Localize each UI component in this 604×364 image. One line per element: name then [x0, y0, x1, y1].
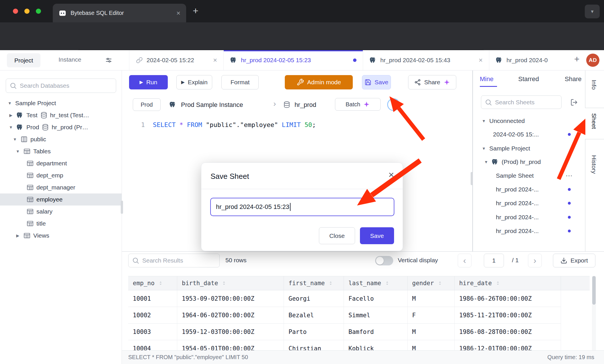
column-header-birth_date[interactable]: birth_date	[177, 276, 284, 290]
tab-history[interactable]: History	[591, 155, 597, 174]
project-tab[interactable]: Project	[7, 53, 40, 67]
close-editor-tab-icon[interactable]: ×	[213, 57, 217, 64]
editor-tab-4[interactable]: hr_prod 2024-0	[489, 50, 571, 70]
column-header-emp_no[interactable]: emp_no	[128, 276, 177, 290]
editor-tab-1[interactable]: 2024-02-05 15:22 ×	[129, 50, 224, 70]
environment-chip[interactable]: Prod	[133, 98, 161, 111]
tree-label: public	[30, 136, 46, 143]
tree-node-schema-public[interactable]: ▼ public	[0, 133, 122, 145]
sheet-item[interactable]: hr_prod 2024-...	[473, 225, 585, 237]
next-page-button[interactable]: ›	[528, 254, 542, 267]
wrench-icon	[297, 79, 304, 86]
close-tab-icon[interactable]: ×	[176, 10, 180, 17]
tree-node-views[interactable]: ▶ Views	[0, 230, 122, 242]
database-crumb[interactable]: hr_prod	[295, 101, 316, 109]
tree-node-tables[interactable]: ▼ Tables	[0, 145, 122, 157]
editor-tab-3[interactable]: hr_prod 2024-02-05 15:43 ×	[363, 50, 489, 70]
chevron-down-icon[interactable]: ▼	[15, 149, 21, 154]
instance-crumb[interactable]: Prod Sample Instance	[181, 101, 243, 109]
sort-icon[interactable]	[384, 280, 390, 286]
chevron-down-icon[interactable]: ▼	[483, 160, 489, 164]
save-button[interactable]: Save	[362, 75, 391, 89]
vertical-display-toggle[interactable]	[375, 256, 393, 265]
tree-node-prod-instance[interactable]: ▼ Prod hr_prod (Pr…	[0, 121, 122, 133]
tree-node-table-title[interactable]: title	[0, 218, 122, 230]
prev-page-button[interactable]: ‹	[458, 254, 471, 267]
tab-mine[interactable]: Mine	[480, 75, 494, 83]
filter-settings-icon[interactable]	[105, 56, 112, 64]
minimize-window-button[interactable]	[24, 9, 30, 14]
sort-icon[interactable]	[328, 280, 334, 286]
sort-icon[interactable]	[495, 280, 501, 286]
tree-node-table-employee[interactable]: employee	[0, 193, 122, 206]
tree-node-test-instance[interactable]: ▶ Test hr_test (Test…	[0, 109, 122, 121]
dialog-save-button[interactable]: Save	[360, 227, 394, 244]
tree-node-project[interactable]: ▼ Sample Project	[0, 97, 122, 109]
search-databases-input[interactable]	[6, 79, 116, 93]
bytebase-logo-icon	[59, 9, 67, 17]
browser-tab[interactable]: Bytebase SQL Editor ×	[53, 4, 186, 22]
close-icon[interactable]: ×	[388, 170, 394, 179]
chevron-right-icon[interactable]: ▶	[8, 113, 14, 118]
tree-node-table-department[interactable]: department	[0, 157, 122, 169]
sheet-item[interactable]: hr_prod 2024-...	[473, 197, 585, 210]
close-window-button[interactable]	[13, 9, 18, 14]
more-actions-icon[interactable]: ⋯	[566, 172, 572, 180]
sort-icon[interactable]	[157, 280, 164, 286]
sheet-name-input[interactable]: hr_prod 2024-02-05 15:23	[210, 198, 394, 216]
sheet-item[interactable]: hr_prod 2024-...	[473, 211, 585, 224]
ai-assistant-icon[interactable]	[387, 98, 400, 111]
close-editor-tab-icon[interactable]: ×	[479, 57, 483, 64]
chevron-down-icon[interactable]: ▼	[12, 137, 18, 142]
search-results-input[interactable]	[128, 254, 220, 267]
sheet-item[interactable]: 2024-02-05 15:...	[473, 128, 585, 141]
sidebar-resize-handle[interactable]	[121, 201, 123, 214]
tab-starred[interactable]: Starred	[518, 75, 539, 83]
sort-icon[interactable]	[437, 280, 443, 286]
scrollbar-thumb[interactable]	[592, 276, 596, 305]
chev ron-down-icon[interactable]: ▼	[481, 119, 487, 123]
results-scrollbar[interactable]	[592, 276, 596, 350]
tab-share[interactable]: Share	[565, 75, 582, 83]
admin-mode-button[interactable]: Admin mode	[285, 75, 353, 89]
sheet-group-database[interactable]: ▼ (Prod) hr_prod	[473, 156, 585, 168]
new-tab-button[interactable]: +	[193, 6, 198, 15]
export-button[interactable]: Export	[553, 254, 595, 267]
dialog-close-button[interactable]: Close	[319, 227, 355, 244]
explain-button[interactable]: ▶ Explain	[176, 75, 212, 89]
chevron-down-icon[interactable]: ▼	[481, 146, 487, 151]
tab-search-button[interactable]: ▾	[585, 5, 600, 18]
chevron-down-icon[interactable]: ▼	[8, 125, 14, 130]
maximize-window-button[interactable]	[36, 9, 41, 14]
column-header-hire_date[interactable]: hire_date	[455, 276, 561, 290]
run-button[interactable]: ▶ Run	[129, 75, 168, 89]
chevron-right-icon[interactable]: ▶	[15, 233, 21, 238]
page-number-input[interactable]	[484, 254, 504, 267]
column-header-gender[interactable]: gender	[408, 276, 455, 290]
search-sheets-input[interactable]	[481, 95, 562, 109]
new-editor-tab-button[interactable]: +	[574, 54, 580, 64]
batch-button[interactable]: Batch	[335, 98, 381, 111]
editor-tab-2-active[interactable]: hr_prod 2024-02-05 15:23	[224, 50, 363, 70]
chevron-down-icon[interactable]: ▼	[7, 101, 13, 105]
sheet-group-project[interactable]: ▼ Sample Project	[473, 142, 585, 155]
sheet-item[interactable]: hr_prod 2024-...	[473, 183, 585, 196]
avatar[interactable]: AD	[586, 54, 599, 67]
tab-sheet-active[interactable]: Sheet	[585, 108, 604, 139]
browser-tab-strip: Bytebase SQL Editor × + ▾	[0, 0, 604, 22]
sort-icon[interactable]	[221, 280, 227, 286]
sheet-item[interactable]: Sample Sheet ⋯	[473, 169, 585, 182]
tree-node-table-salary[interactable]: salary	[0, 206, 122, 218]
share-button[interactable]: Share	[408, 75, 456, 89]
panel-resize-handle[interactable]	[471, 172, 473, 185]
column-header-last_name[interactable]: last_name	[344, 276, 408, 290]
tab-info[interactable]: Info	[591, 80, 597, 90]
tree-node-table-dept_emp[interactable]: dept_emp	[0, 169, 122, 181]
collapse-panel-icon[interactable]	[570, 98, 578, 107]
sheet-group-unconnected[interactable]: ▼ Unconnected	[473, 115, 585, 127]
code-line[interactable]: 1 SELECT * FROM "public"."employee" LIMI…	[122, 118, 472, 131]
tree-node-table-dept_manager[interactable]: dept_manager	[0, 181, 122, 193]
column-header-first_name[interactable]: first_name	[284, 276, 344, 290]
format-button[interactable]: Format	[221, 75, 259, 89]
instance-tab[interactable]: Instance	[59, 56, 81, 63]
